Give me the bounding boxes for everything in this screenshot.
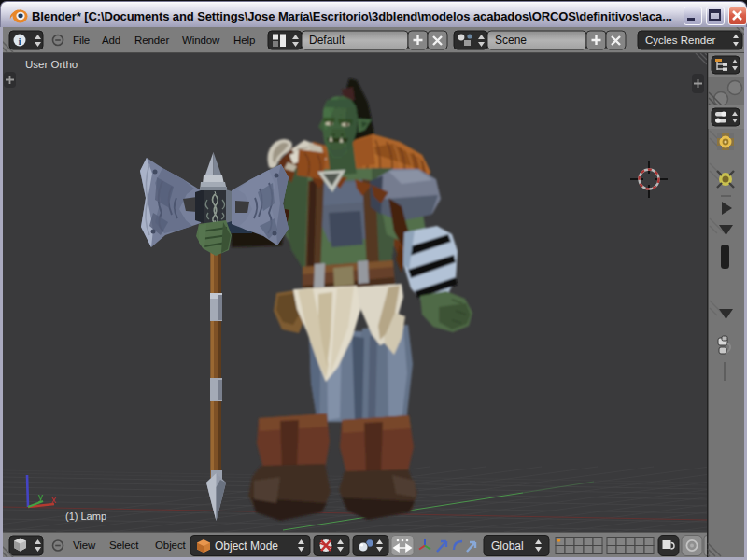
- svg-text:Cycles Render: Cycles Render: [645, 35, 716, 46]
- svg-text:Global: Global: [491, 539, 524, 553]
- svg-text:Default: Default: [309, 34, 345, 47]
- svg-text:i: i: [18, 35, 21, 47]
- svg-text:Scene: Scene: [495, 34, 527, 47]
- svg-text:y: y: [38, 492, 43, 502]
- svg-text:Object Mode: Object Mode: [215, 539, 278, 553]
- svg-text:x: x: [51, 495, 56, 505]
